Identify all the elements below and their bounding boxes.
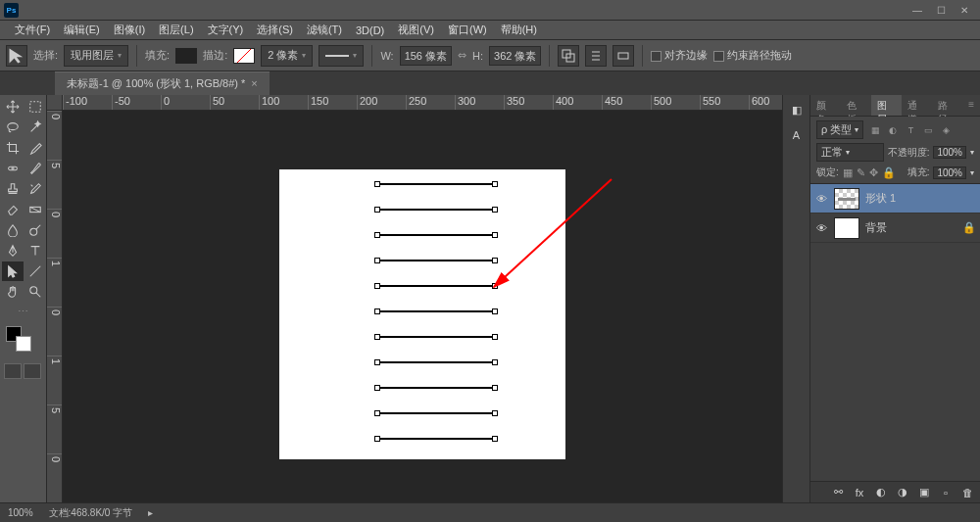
- delete-layer-icon[interactable]: 🗑: [960, 487, 974, 498]
- height-input[interactable]: 362 像素: [489, 46, 541, 66]
- filter-pixel-icon[interactable]: ▦: [868, 123, 882, 137]
- screenmode-button[interactable]: [24, 363, 41, 379]
- menu-filter[interactable]: 滤镜(T): [300, 23, 349, 37]
- shape-line[interactable]: [377, 336, 495, 338]
- crop-tool[interactable]: [2, 138, 24, 158]
- shape-line[interactable]: [377, 285, 495, 287]
- pen-tool[interactable]: [2, 241, 24, 261]
- group-icon[interactable]: ▣: [917, 486, 931, 498]
- shape-line[interactable]: [377, 310, 495, 312]
- type-tool[interactable]: [24, 241, 46, 261]
- tab-paths[interactable]: 路径: [932, 95, 962, 116]
- stroke-style-dropdown[interactable]: ▾: [318, 45, 364, 67]
- marquee-tool[interactable]: [24, 97, 46, 117]
- lock-pos-icon[interactable]: ✥: [869, 166, 878, 179]
- close-button[interactable]: ✕: [953, 2, 976, 18]
- menu-image[interactable]: 图像(I): [107, 23, 152, 37]
- filter-adjust-icon[interactable]: ◐: [886, 123, 900, 137]
- visibility-icon[interactable]: 👁: [814, 222, 828, 234]
- filter-type-dropdown[interactable]: ρ 类型▾: [816, 120, 863, 139]
- shape-line[interactable]: [377, 438, 495, 440]
- history-panel-icon[interactable]: ◧: [788, 101, 806, 119]
- move-tool[interactable]: [2, 97, 24, 117]
- artboard[interactable]: [279, 169, 565, 459]
- menu-view[interactable]: 视图(V): [391, 23, 441, 37]
- layer-row[interactable]: 👁 形状 1: [810, 184, 980, 214]
- visibility-icon[interactable]: 👁: [814, 193, 828, 205]
- shape-line[interactable]: [377, 260, 495, 261]
- constrain-checkbox[interactable]: 约束路径拖动: [713, 48, 792, 63]
- fill-swatch[interactable]: [175, 48, 197, 64]
- adjustment-icon[interactable]: ◑: [896, 486, 909, 498]
- menu-window[interactable]: 窗口(W): [441, 23, 494, 37]
- shape-line[interactable]: [377, 412, 495, 414]
- minimize-button[interactable]: —: [906, 2, 929, 18]
- arrange-icon[interactable]: [612, 45, 634, 67]
- panel-menu-icon[interactable]: ≡: [962, 95, 980, 116]
- filter-type-icon[interactable]: T: [904, 123, 917, 137]
- lock-all-icon[interactable]: 🔒: [882, 166, 896, 179]
- menu-3d[interactable]: 3D(D): [349, 24, 391, 36]
- ruler-vertical[interactable]: 05010150200: [47, 111, 63, 502]
- blur-tool[interactable]: [2, 220, 24, 240]
- tab-channels[interactable]: 通道: [902, 95, 932, 116]
- width-input[interactable]: 156 像素: [400, 46, 452, 66]
- dodge-tool[interactable]: [24, 220, 46, 240]
- zoom-value[interactable]: 100%: [8, 507, 33, 518]
- heal-tool[interactable]: [2, 159, 24, 178]
- align-icon[interactable]: [585, 45, 607, 67]
- opacity-value[interactable]: 100%: [933, 146, 966, 159]
- filter-shape-icon[interactable]: ▭: [922, 123, 936, 137]
- fx-icon[interactable]: fx: [853, 487, 866, 498]
- eraser-tool[interactable]: [2, 200, 24, 219]
- new-layer-icon[interactable]: ▫: [939, 487, 953, 498]
- brush-tool[interactable]: [24, 159, 46, 178]
- blend-mode-dropdown[interactable]: 正常▾: [816, 143, 884, 162]
- line-tool[interactable]: [24, 261, 46, 281]
- path-ops-icon[interactable]: [558, 45, 579, 67]
- shape-line[interactable]: [377, 234, 495, 236]
- ruler-horizontal[interactable]: -100-50050100150200250300350400450500550…: [63, 95, 782, 111]
- character-panel-icon[interactable]: A: [788, 126, 806, 144]
- tab-color[interactable]: 颜色: [810, 95, 841, 116]
- filter-smart-icon[interactable]: ◈: [940, 123, 954, 137]
- mask-icon[interactable]: ◐: [874, 486, 888, 498]
- stroke-width-input[interactable]: 2 像素▾: [261, 45, 313, 67]
- shape-line[interactable]: [377, 361, 495, 363]
- tab-layers[interactable]: 图层: [871, 95, 902, 116]
- tools-more-icon[interactable]: ⋯: [0, 306, 46, 318]
- shape-line[interactable]: [377, 183, 495, 185]
- menu-type[interactable]: 文字(Y): [201, 23, 251, 37]
- lock-trans-icon[interactable]: ▦: [843, 166, 853, 179]
- menu-help[interactable]: 帮助(H): [494, 23, 544, 37]
- menu-edit[interactable]: 编辑(E): [57, 23, 107, 37]
- menu-file[interactable]: 文件(F): [8, 23, 57, 37]
- stamp-tool[interactable]: [2, 179, 24, 199]
- document-tab[interactable]: 未标题-1 @ 100% (形状 1, RGB/8#) *×: [55, 71, 270, 95]
- lasso-tool[interactable]: [2, 118, 24, 137]
- shape-line[interactable]: [377, 387, 495, 389]
- shape-line[interactable]: [377, 209, 495, 211]
- align-edges-checkbox[interactable]: 对齐边缘: [651, 48, 708, 63]
- fill-opacity-value[interactable]: 100%: [933, 166, 966, 179]
- layer-thumb[interactable]: [834, 217, 859, 239]
- menu-layer[interactable]: 图层(L): [152, 23, 200, 37]
- layer-thumb[interactable]: [834, 188, 859, 210]
- select-dropdown[interactable]: 现用图层▾: [64, 45, 128, 67]
- color-swatches[interactable]: [0, 324, 46, 359]
- status-caret[interactable]: ▸: [148, 507, 153, 518]
- eyedropper-tool[interactable]: [24, 138, 46, 158]
- background-swatch[interactable]: [16, 336, 31, 352]
- layer-row[interactable]: 👁 背景 🔒: [810, 214, 980, 243]
- maximize-button[interactable]: ☐: [929, 2, 953, 18]
- close-tab-icon[interactable]: ×: [251, 77, 257, 89]
- menu-select[interactable]: 选择(S): [250, 23, 300, 37]
- stroke-swatch[interactable]: [233, 48, 255, 64]
- tab-swatches[interactable]: 色板: [841, 95, 871, 116]
- zoom-tool[interactable]: [24, 282, 46, 302]
- quickmask-button[interactable]: [4, 363, 22, 379]
- current-tool-icon[interactable]: [6, 45, 27, 67]
- hand-tool[interactable]: [2, 282, 24, 302]
- path-select-tool[interactable]: [2, 261, 24, 281]
- gradient-tool[interactable]: [24, 200, 46, 219]
